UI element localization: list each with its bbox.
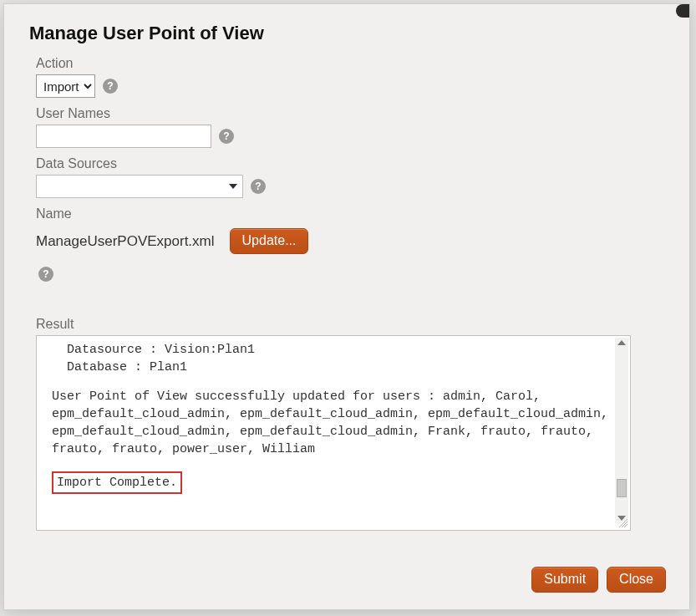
- dialog-title: Manage User Point of View: [29, 23, 669, 44]
- help-icon[interactable]: ?: [103, 79, 118, 94]
- scroll-thumb[interactable]: [617, 479, 627, 497]
- chevron-down-icon: [229, 184, 237, 189]
- result-body: User Point of View successfully updated …: [52, 388, 612, 458]
- help-icon[interactable]: ?: [219, 129, 234, 144]
- action-label: Action: [36, 56, 669, 71]
- data-sources-combobox[interactable]: [36, 175, 243, 198]
- help-icon[interactable]: ?: [251, 179, 266, 194]
- user-names-input[interactable]: [36, 125, 211, 148]
- dialog-footer: Submit Close: [531, 567, 666, 593]
- close-button[interactable]: Close: [607, 567, 666, 593]
- user-names-label: User Names: [36, 106, 669, 121]
- file-name-value: ManageUserPOVExport.xml: [36, 233, 215, 250]
- result-top-lines: Datasource : Vision:Plan1 Database : Pla…: [52, 341, 612, 376]
- name-label: Name: [36, 206, 669, 221]
- scrollbar[interactable]: [615, 338, 628, 523]
- resize-grip-icon[interactable]: [619, 519, 627, 527]
- form-section: Action Import ? User Names ? Data Source…: [36, 56, 669, 531]
- update-button[interactable]: Update...: [230, 228, 309, 254]
- action-select[interactable]: Import: [36, 74, 95, 98]
- scroll-up-icon[interactable]: [617, 340, 626, 345]
- window-edge-decoration: [676, 4, 689, 18]
- data-sources-label: Data Sources: [36, 156, 669, 171]
- help-icon[interactable]: ?: [38, 267, 53, 282]
- result-label: Result: [36, 317, 669, 332]
- submit-button[interactable]: Submit: [531, 567, 598, 593]
- manage-pov-dialog: Manage User Point of View Action Import …: [3, 3, 690, 610]
- result-textarea[interactable]: Datasource : Vision:Plan1 Database : Pla…: [36, 335, 631, 531]
- result-highlight: Import Complete.: [52, 471, 182, 494]
